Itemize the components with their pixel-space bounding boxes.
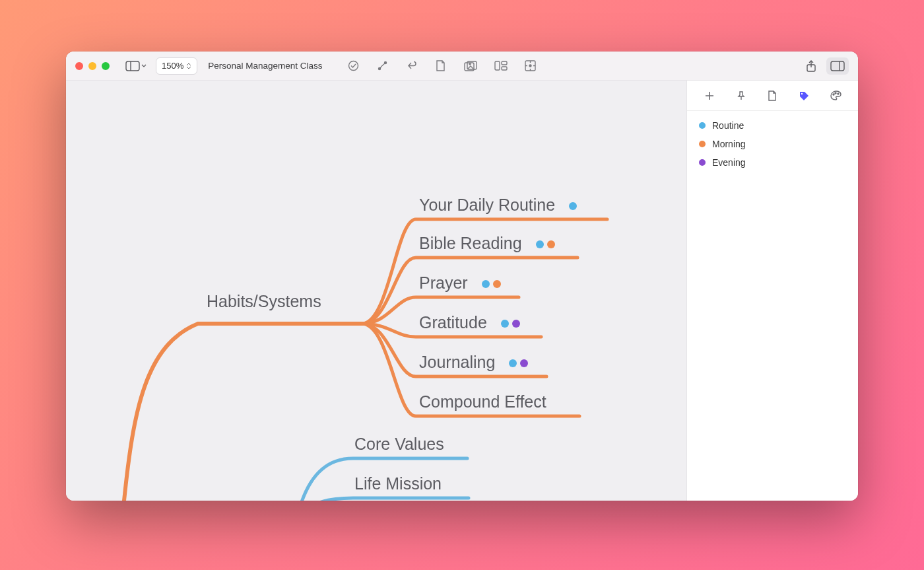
svg-point-26 <box>838 93 839 94</box>
mindmap-node-core-values[interactable]: Core Values <box>354 435 444 454</box>
svg-point-25 <box>835 92 836 94</box>
tag-list: Routine Morning Evening <box>687 111 858 177</box>
tag-label: Routine <box>712 120 744 131</box>
tag-dot-morning <box>547 240 555 248</box>
mindmap-node-habits-systems[interactable]: Habits/Systems <box>207 292 321 311</box>
connector-icon[interactable] <box>373 57 393 75</box>
zoom-window-button[interactable] <box>102 62 110 70</box>
tag-row-evening[interactable]: Evening <box>694 153 851 172</box>
mindmap-node-bible-reading[interactable]: Bible Reading <box>419 234 555 253</box>
media-icon[interactable] <box>460 57 481 75</box>
add-tag-button[interactable] <box>700 86 719 106</box>
mindmap-node-compound-effect[interactable]: Compound Effect <box>419 392 546 411</box>
mindmap-node-life-mission[interactable]: Life Mission <box>354 474 442 493</box>
tag-dot-routine <box>501 320 509 328</box>
traffic-lights <box>75 62 110 70</box>
tag-dot-routine <box>509 359 517 367</box>
svg-point-2 <box>349 61 358 71</box>
minimize-window-button[interactable] <box>88 62 96 70</box>
share-icon[interactable] <box>801 57 821 75</box>
stepper-icon <box>186 63 191 69</box>
tag-dot-routine <box>569 202 577 210</box>
check-circle-icon[interactable] <box>344 57 364 75</box>
notes-tab-icon[interactable] <box>762 86 782 106</box>
pin-tab-icon[interactable] <box>731 86 751 106</box>
mindmap-node-gratitude[interactable]: Gratitude <box>419 313 520 332</box>
svg-point-24 <box>833 94 834 95</box>
focus-icon[interactable] <box>521 57 541 75</box>
sidebar-toggle-button[interactable] <box>121 57 150 75</box>
style-tab-icon[interactable] <box>826 86 845 106</box>
document-title: Personal Management Class <box>208 61 322 71</box>
layout-icon[interactable] <box>490 57 512 75</box>
tag-dot-morning <box>493 280 501 288</box>
mindmap-node-your-daily-routine[interactable]: Your Daily Routine <box>419 196 577 215</box>
mindmap-node-journaling[interactable]: Journaling <box>419 353 528 372</box>
tag-dot-evening <box>520 359 528 367</box>
svg-rect-18 <box>831 61 844 71</box>
zoom-value: 150% <box>162 61 183 71</box>
back-icon[interactable] <box>402 57 422 75</box>
app-window: 150% Personal Management Class <box>66 52 858 501</box>
svg-rect-9 <box>502 61 507 65</box>
tag-color-dot <box>699 159 706 166</box>
sidebar-tabs <box>687 81 858 111</box>
tag-row-routine[interactable]: Routine <box>694 116 851 135</box>
tag-color-dot <box>699 141 706 147</box>
tag-label: Evening <box>712 157 746 168</box>
svg-rect-10 <box>502 67 507 70</box>
zoom-select[interactable]: 150% <box>156 57 197 75</box>
tag-dot-routine <box>482 280 490 288</box>
mindmap-canvas[interactable]: Habits/Systems Purpose Your Daily Routin… <box>66 81 686 501</box>
tag-row-morning[interactable]: Morning <box>694 135 851 153</box>
note-icon[interactable] <box>431 57 451 75</box>
tag-color-dot <box>699 122 706 129</box>
inspector-toggle-button[interactable] <box>826 57 849 75</box>
tags-tab-icon[interactable] <box>794 86 814 106</box>
tag-dot-routine <box>536 240 544 248</box>
svg-rect-8 <box>495 61 500 70</box>
svg-point-7 <box>469 63 471 65</box>
svg-point-23 <box>801 92 803 94</box>
svg-rect-0 <box>126 61 139 71</box>
mindmap-node-prayer[interactable]: Prayer <box>419 273 501 293</box>
tag-label: Morning <box>712 139 746 149</box>
svg-point-12 <box>529 65 531 67</box>
close-window-button[interactable] <box>75 62 83 70</box>
tag-dot-evening <box>512 320 520 328</box>
toolbar-tools <box>344 57 541 75</box>
inspector-sidebar: Routine Morning Evening <box>686 81 858 501</box>
titlebar: 150% Personal Management Class <box>66 52 858 81</box>
